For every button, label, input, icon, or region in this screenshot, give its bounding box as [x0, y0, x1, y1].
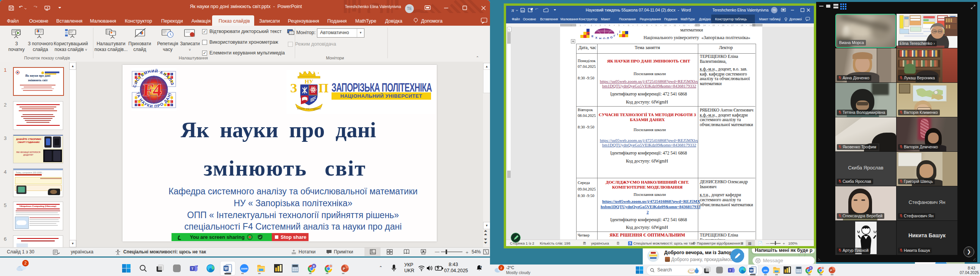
svg-text:T: T [729, 269, 731, 272]
svg-text:F4: F4 [142, 80, 163, 100]
svg-text:Х: Х [595, 36, 598, 39]
svg-text:Vivere est cogitare: Vivere est cogitare [297, 107, 321, 110]
svg-text:Ї: Ї [619, 30, 621, 34]
svg-text:11: 11 [674, 24, 676, 26]
svg-text:О: О [603, 37, 605, 39]
svg-text:О: О [610, 36, 612, 39]
svg-text:Г: Г [614, 34, 616, 38]
svg-text:Е: Е [591, 34, 594, 38]
svg-text:z: z [480, 265, 482, 268]
svg-text:І: І [617, 33, 618, 36]
svg-text:W: W [224, 266, 228, 271]
svg-text:π: π [511, 7, 514, 13]
svg-text:П: П [318, 81, 328, 95]
svg-text:E: E [313, 265, 315, 268]
svg-text:Т: Т [588, 33, 590, 36]
svg-text:T: T [191, 267, 194, 271]
svg-text:12: 12 [683, 24, 686, 26]
svg-text:10: 10 [664, 24, 667, 26]
svg-text:14: 14 [703, 24, 706, 26]
svg-text:16: 16 [722, 24, 725, 26]
svg-text:17: 17 [731, 24, 734, 26]
svg-text:P: P [830, 269, 832, 272]
svg-text:Н: Н [599, 37, 601, 39]
svg-text:З: З [290, 81, 297, 95]
svg-text:zoom: zoom [241, 267, 248, 270]
svg-text:НАЦІОНАЛЬНИЙ УНІВЕРСИТЕТ: НАЦІОНАЛЬНИЙ УНІВЕРСИТЕТ [340, 93, 422, 99]
svg-text:zm: zm [763, 269, 768, 272]
svg-text:НУ: НУ [305, 79, 314, 85]
svg-text:E: E [810, 266, 812, 269]
svg-text:19: 19 [750, 24, 752, 26]
svg-text:P: P [343, 267, 345, 271]
svg-text:Л: Л [607, 36, 609, 39]
svg-text:18: 18 [741, 24, 743, 26]
svg-text:ЗАПОРІЗЬКА ПОЛІТЕХНІКА: ЗАПОРІЗЬКА ПОЛІТЕХНІКА [332, 80, 432, 94]
svg-text:W: W [750, 268, 753, 272]
svg-text:13: 13 [694, 24, 697, 26]
svg-text:15: 15 [712, 24, 715, 26]
